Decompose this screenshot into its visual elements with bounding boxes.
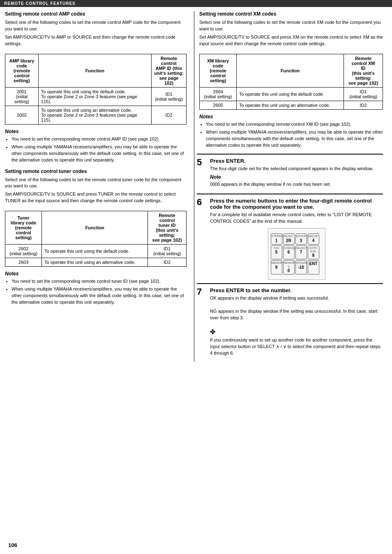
step-7-section: 7 Press ENTER to set the number. OK appe…	[197, 283, 383, 358]
step-5-content: Press ENTER. The four-digit code set for…	[210, 158, 383, 191]
xm-row2-function: To operate this unit using an alternativ…	[237, 101, 344, 109]
step-7-body2: NG appears in the display window if the …	[210, 308, 383, 321]
xm-col1-header: XM librarycode(remotecontrolsetting)	[200, 54, 237, 87]
amp-row2-code: 2002	[5, 106, 39, 124]
xm-table: XM librarycode(remotecontrolsetting) Fun…	[199, 54, 383, 110]
tuner-col2-header: Function	[42, 211, 148, 245]
list-item: You need to set the corresponding remote…	[12, 278, 187, 285]
keypad-container: STEREO1 MUSIC2R ENTERTAIN3 MOVIE4 THX5 S…	[268, 228, 325, 280]
content-area: Setting remote control AMP codes Select …	[0, 7, 392, 366]
xm-col3-header: Remotecontrol XMID(this unit'ssetting:se…	[344, 54, 383, 87]
list-item: When using multiple YAMAHA receivers/amp…	[206, 129, 383, 149]
xm-para1: Select one of the following codes to set…	[199, 19, 383, 32]
xm-section: Setting remote control XM codes Select o…	[197, 11, 383, 149]
amp-para2: Set AMP/SOURCE/TV to AMP or SOURCE and t…	[5, 34, 187, 47]
key-9: MEMORY9	[271, 260, 282, 275]
step-5-body: The four-digit code set for the selected…	[210, 166, 383, 172]
tuner-row2-id: ID2	[148, 258, 187, 267]
tuner-row1-id: ID1(initial setting)	[148, 245, 187, 258]
key-2: MUSIC2R	[283, 233, 295, 244]
key-1: STEREO1	[271, 233, 282, 244]
xm-row1-code: 2604(initial setting)	[200, 87, 237, 101]
amp-row1-id: ID1(initial setting)	[151, 87, 186, 106]
right-column: Setting remote control XM codes Select o…	[194, 11, 383, 362]
step-5-note-body: 0000 appears in the display window if no…	[210, 181, 383, 188]
amp-table: AMP librarycode(remotecontrolsetting) Fu…	[5, 54, 187, 125]
list-item: When using multiple YAMAHA receivers/amp…	[12, 286, 187, 306]
page: REMOTE CONTROL FEATURES Setting remote c…	[0, 0, 392, 554]
step-5-title: Press ENTER.	[210, 158, 383, 164]
tuner-table: Tunerlibrary code(remotecontrolsetting) …	[5, 211, 187, 267]
xm-row1-id: ID1(initial setting)	[344, 87, 383, 101]
step-7-number: 7	[197, 287, 207, 358]
step-7-body1: OK appears in the display window if sett…	[210, 295, 383, 302]
tuner-notes-title: Notes	[5, 271, 187, 277]
table-row: 2604(initial setting) To operate this un…	[200, 87, 383, 101]
page-number: 106	[8, 542, 17, 548]
tuner-row1-code: 2602(initial setting)	[5, 245, 42, 258]
table-row: 2001(initial setting) To operate this un…	[5, 87, 187, 106]
tuner-section-title: Setting remote control tuner codes	[5, 169, 187, 174]
step-7-tip: If you continuously want to set up anoth…	[210, 337, 383, 357]
amp-col2-header: Function	[38, 54, 151, 87]
list-item: You need to set the corresponding remote…	[12, 136, 187, 143]
list-item: You need to set the corresponding remote…	[206, 121, 383, 128]
amp-notes-title: Notes	[5, 129, 187, 134]
tuner-notes-list: You need to set the corresponding remote…	[5, 278, 187, 306]
table-row: 2605 To operate this unit using an alter…	[200, 101, 383, 109]
step-6-content: Press the numeric buttons to enter the f…	[210, 198, 383, 280]
step-6-title: Press the numeric buttons to enter the f…	[210, 198, 383, 210]
amp-section-title: Setting remote control AMP codes	[5, 11, 187, 17]
xm-row2-id: ID2	[344, 101, 383, 109]
tuner-section: Setting remote control tuner codes Selec…	[5, 169, 187, 306]
tuner-para2: Set AMP/SOURCE/TV to SOURCE and press TU…	[5, 191, 187, 204]
key-minus10: SPEAKERS-10	[295, 260, 307, 275]
keypad: STEREO1 MUSIC2R ENTERTAIN3 MOVIE4 THX5 S…	[271, 233, 324, 275]
header-bar: REMOTE CONTROL FEATURES	[0, 0, 392, 7]
step-5-note: Note 0000 appears in the display window …	[210, 174, 383, 188]
tuner-para1: Select one of the following codes to set…	[5, 177, 187, 190]
key-4: MOVIE4	[308, 233, 319, 244]
xm-row1-function: To operate this unit using the default c…	[237, 87, 344, 101]
key-5: THX5	[271, 245, 282, 260]
key-3: ENTERTAIN3	[295, 233, 307, 244]
key-ent: ENT	[308, 260, 319, 275]
tuner-row1-function: To operate this unit using the default c…	[42, 245, 148, 258]
table-row: 2603 To operate this unit using an alter…	[5, 258, 187, 267]
step-7-content: Press ENTER to set the number. OK appear…	[210, 287, 383, 358]
step-5-number: 5	[197, 158, 207, 191]
step-6-body: For a complete list of available remote …	[210, 212, 383, 225]
key-0: MEMORY 00	[283, 260, 295, 275]
amp-row2-function: To operate this unit using an alternativ…	[38, 106, 151, 124]
amp-para1: Select one of the following codes to set…	[5, 19, 187, 32]
step-5-section: 5 Press ENTER. The four-digit code set f…	[197, 154, 383, 191]
amp-row1-code: 2001(initial setting)	[5, 87, 39, 106]
tuner-col1-header: Tunerlibrary code(remotecontrolsetting)	[5, 211, 42, 245]
tuner-row2-function: To operate this unit using an alternativ…	[42, 258, 148, 267]
tuner-col3-header: Remotecontroltuner ID(this unit'ssetting…	[148, 211, 187, 245]
amp-col1-header: AMP librarycode(remotecontrolsetting)	[5, 54, 39, 87]
step-5-note-title: Note	[210, 174, 383, 180]
tuner-row2-code: 2603	[5, 258, 42, 267]
key-6: STANDARD6	[283, 245, 295, 260]
table-row: 2002 To operate this unit using an alter…	[5, 106, 187, 124]
left-column: Setting remote control AMP codes Select …	[5, 11, 194, 362]
step-6-number: 6	[197, 198, 207, 280]
table-row: 2602(initial setting) To operate this un…	[5, 245, 187, 258]
xm-col2-header: Function	[237, 54, 344, 87]
amp-row1-function: To operate this unit using the default c…	[38, 87, 151, 106]
amp-row2-id: ID2	[151, 106, 186, 124]
xm-notes-list: You need to set the corresponding remote…	[199, 121, 383, 149]
amp-notes-list: You need to set the corresponding remote…	[5, 136, 187, 164]
list-item: When using multiple YAMAHA receivers/amp…	[12, 144, 187, 164]
step-7-title: Press ENTER to set the number.	[210, 287, 383, 293]
amp-section: Setting remote control AMP codes Select …	[5, 11, 187, 164]
xm-row2-code: 2605	[200, 101, 237, 109]
header-text: REMOTE CONTROL FEATURES	[4, 1, 76, 6]
step-6-section: 6 Press the numeric buttons to enter the…	[197, 194, 383, 280]
xm-notes-title: Notes	[199, 114, 383, 120]
key-7: SELECT7	[295, 245, 307, 260]
key-8: EXTD SUR.8	[308, 245, 319, 260]
amp-col3-header: RemotecontrolAMP ID (thisunit's setting:…	[151, 54, 186, 87]
tip-symbol-icon: ✤	[210, 328, 383, 336]
